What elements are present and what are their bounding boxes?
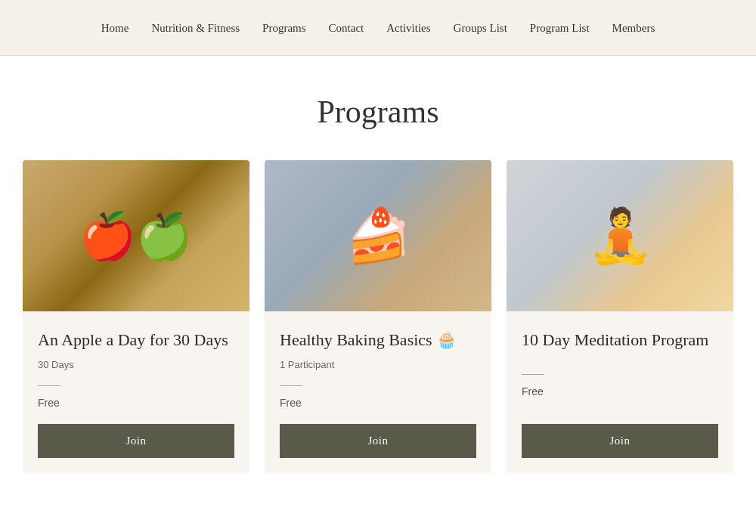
card-apple-image xyxy=(23,160,249,311)
card-meditation-image xyxy=(507,160,733,311)
card-baking-image xyxy=(265,160,491,311)
card-baking-title: Healthy Baking Basics 🧁 xyxy=(280,329,476,351)
nav-item-program-list[interactable]: Program List xyxy=(530,22,590,34)
card-baking: Healthy Baking Basics 🧁 1 Participant Fr… xyxy=(265,160,491,473)
card-meditation-price: Free xyxy=(522,385,718,397)
card-baking-price: Free xyxy=(280,397,476,409)
cards-container: An Apple a Day for 30 Days 30 Days Free … xyxy=(0,160,756,518)
main-nav: Home Nutrition & Fitness Programs Contac… xyxy=(0,0,756,56)
card-apple-title: An Apple a Day for 30 Days xyxy=(38,329,234,351)
nav-item-groups-list[interactable]: Groups List xyxy=(454,22,507,34)
card-meditation-divider xyxy=(522,374,544,375)
card-meditation-title: 10 Day Meditation Program xyxy=(522,329,718,351)
page-title: Programs xyxy=(15,94,741,130)
nav-item-nutrition[interactable]: Nutrition & Fitness xyxy=(151,22,240,34)
card-meditation-body: 10 Day Meditation Program Free Join xyxy=(507,311,733,473)
nav-item-activities[interactable]: Activities xyxy=(386,22,430,34)
nav-item-programs[interactable]: Programs xyxy=(262,22,306,34)
page-title-section: Programs xyxy=(0,56,756,160)
card-baking-body: Healthy Baking Basics 🧁 1 Participant Fr… xyxy=(265,311,491,473)
card-apple-meta: 30 Days xyxy=(38,359,234,370)
card-apple-divider xyxy=(38,385,60,386)
card-baking-meta: 1 Participant xyxy=(280,359,476,370)
card-baking-divider xyxy=(280,385,302,386)
nav-item-home[interactable]: Home xyxy=(101,22,129,34)
nav-list: Home Nutrition & Fitness Programs Contac… xyxy=(101,21,655,35)
card-apple-body: An Apple a Day for 30 Days 30 Days Free … xyxy=(23,311,249,473)
card-baking-join-button[interactable]: Join xyxy=(280,424,476,458)
card-meditation-join-button[interactable]: Join xyxy=(522,424,718,458)
nav-item-members[interactable]: Members xyxy=(612,22,655,34)
card-apple: An Apple a Day for 30 Days 30 Days Free … xyxy=(23,160,249,473)
card-meditation: 10 Day Meditation Program Free Join xyxy=(507,160,733,473)
card-apple-price: Free xyxy=(38,397,234,409)
nav-item-contact[interactable]: Contact xyxy=(329,22,364,34)
card-apple-join-button[interactable]: Join xyxy=(38,424,234,458)
